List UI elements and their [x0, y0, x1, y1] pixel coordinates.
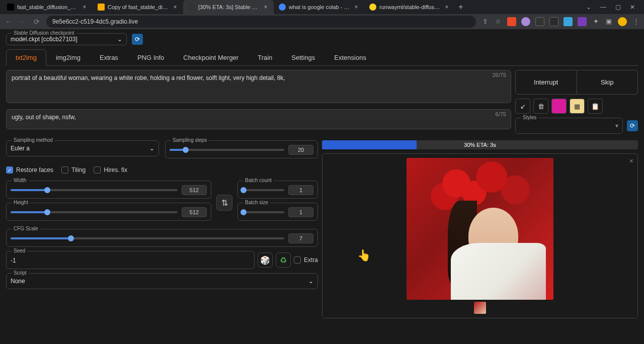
prompt-input[interactable] [6, 70, 511, 103]
reuse-seed-button[interactable]: ♻ [276, 252, 291, 268]
reload-button[interactable]: ⟳ [32, 18, 41, 26]
tab-train[interactable]: Train [248, 49, 282, 65]
maximize-icon[interactable]: ▢ [615, 4, 621, 11]
styles-label: Styles [521, 115, 538, 120]
tab-settings[interactable]: Settings [282, 49, 325, 65]
extension-icon[interactable] [507, 17, 516, 26]
tab-img2img[interactable]: img2img [46, 49, 90, 65]
script-label: Script [12, 270, 29, 276]
swap-icon: ⇅ [221, 198, 228, 208]
random-seed-button[interactable]: 🎲 [258, 252, 273, 268]
menu-icon[interactable]: ⋮ [632, 18, 640, 26]
checkpoint-select[interactable]: Stable Diffusion checkpoint model.ckpt [… [6, 33, 127, 45]
output-thumbnail[interactable] [474, 302, 486, 314]
checkpoint-value: model.ckpt [cc6cb27103] [11, 36, 77, 43]
neg-prompt-token-count: 6/75 [496, 111, 506, 117]
arrow-button[interactable]: ↙ [515, 99, 530, 114]
address-bar: ← → ⟳ ⇧ ☆ ✦ ▣ ⋮ [0, 14, 644, 29]
batch-count-slider[interactable] [242, 189, 284, 191]
extension-icon[interactable] [564, 17, 573, 26]
batch-count-field: Batch count 1 [237, 181, 318, 199]
browser-tab[interactable]: runwayml/stable-diffusion-v1 × [364, 0, 455, 14]
tab-checkpoint-merger[interactable]: Checkpoint Merger [174, 49, 248, 65]
colab-icon [7, 4, 14, 11]
tiling-label: Tiling [71, 166, 86, 174]
close-icon[interactable]: × [263, 4, 269, 10]
close-icon[interactable]: × [353, 4, 359, 10]
tiling-checkbox[interactable]: Tiling [61, 166, 86, 174]
colab-icon [98, 4, 105, 11]
checkpoint-label: Stable Diffusion checkpoint [12, 30, 76, 36]
extensions-icon[interactable]: ✦ [592, 18, 600, 26]
cfg-value[interactable]: 7 [288, 233, 313, 243]
browser-tab[interactable]: what is google colab - Google × [274, 0, 364, 14]
close-icon[interactable]: × [82, 4, 88, 10]
negative-prompt-input[interactable] [6, 109, 511, 129]
sampling-steps-value[interactable]: 20 [288, 145, 313, 155]
star-icon[interactable]: ☆ [494, 18, 502, 26]
browser-tab[interactable]: Copy of fast_stable_diffusion × [93, 0, 183, 14]
dice-icon: 🎲 [260, 255, 270, 265]
height-value[interactable]: 512 [182, 207, 207, 217]
browser-tab-active[interactable]: [30% ETA: 3s] Stable Diffusion × [183, 0, 274, 14]
sampling-steps-label: Sampling steps [171, 137, 209, 143]
interrupt-button[interactable]: Interrupt [515, 70, 577, 95]
sidepanel-icon[interactable]: ▣ [605, 18, 613, 26]
height-slider[interactable] [11, 211, 178, 213]
close-icon[interactable]: × [172, 4, 178, 10]
refresh-icon: ⟳ [630, 122, 635, 129]
minimize-icon[interactable]: — [600, 4, 606, 11]
browser-tab[interactable]: fast_stable_diffusion_AUTOMA × [2, 0, 93, 14]
width-value[interactable]: 512 [182, 185, 207, 195]
refresh-checkpoint-button[interactable]: ⟳ [132, 34, 143, 45]
seed-extra-checkbox[interactable]: Extra [294, 256, 318, 264]
batch-size-value[interactable]: 1 [288, 207, 313, 217]
extension-icon[interactable] [578, 17, 587, 26]
extension-icon[interactable] [521, 17, 530, 26]
tab-extras[interactable]: Extras [90, 49, 128, 65]
trash-button[interactable]: 🗑 [533, 99, 548, 114]
url-input[interactable] [46, 16, 476, 28]
style-apply-button[interactable]: ▦ [570, 99, 585, 114]
gradio-icon [188, 4, 195, 11]
restore-faces-checkbox[interactable]: ✓ Restore faces [6, 166, 53, 174]
chevron-down-icon[interactable]: ⌄ [586, 4, 591, 11]
cfg-slider[interactable] [11, 237, 284, 239]
styles-select[interactable]: Styles ▾ [515, 118, 623, 134]
extension-icon[interactable] [549, 17, 558, 26]
seed-input[interactable] [11, 257, 250, 264]
forward-button[interactable]: → [18, 18, 27, 26]
refresh-styles-button[interactable]: ⟳ [627, 120, 638, 131]
script-select[interactable]: Script None ⌄ [6, 273, 318, 289]
sampling-steps-slider[interactable] [170, 149, 284, 151]
width-slider[interactable] [11, 189, 178, 191]
close-icon[interactable]: × [444, 4, 450, 10]
batch-count-value[interactable]: 1 [288, 185, 313, 195]
clipboard-button[interactable]: 📋 [588, 99, 603, 114]
progress-bar: 30% ETA: 3s [322, 140, 638, 149]
output-image[interactable] [407, 158, 553, 300]
tab-pnginfo[interactable]: PNG Info [128, 49, 174, 65]
batch-size-label: Batch size [243, 200, 270, 205]
hires-fix-checkbox[interactable]: Hires. fix [94, 166, 127, 174]
style-create-button[interactable] [551, 99, 567, 114]
extension-icon[interactable] [535, 17, 544, 26]
skip-button[interactable]: Skip [577, 70, 638, 95]
back-button[interactable]: ← [4, 18, 13, 26]
swap-dimensions-button[interactable]: ⇅ [216, 195, 232, 211]
new-tab-button[interactable]: + [455, 3, 467, 12]
huggingface-icon [369, 4, 376, 11]
chevron-down-icon: ⌄ [117, 36, 122, 43]
avatar[interactable] [618, 17, 627, 26]
browser-tab-bar: fast_stable_diffusion_AUTOMA × Copy of f… [0, 0, 644, 14]
tab-extensions[interactable]: Extensions [325, 49, 376, 65]
cfg-label: CFG Scale [12, 226, 40, 231]
sampling-method-select[interactable]: Sampling method Euler a ⌄ [6, 140, 159, 156]
batch-size-field: Batch size 1 [237, 203, 318, 221]
close-window-icon[interactable]: ✕ [630, 4, 635, 11]
script-value: None [11, 278, 25, 285]
close-preview-button[interactable]: × [629, 157, 633, 165]
share-icon[interactable]: ⇧ [481, 18, 489, 26]
batch-size-slider[interactable] [242, 211, 284, 213]
tab-txt2img[interactable]: txt2img [6, 49, 46, 66]
